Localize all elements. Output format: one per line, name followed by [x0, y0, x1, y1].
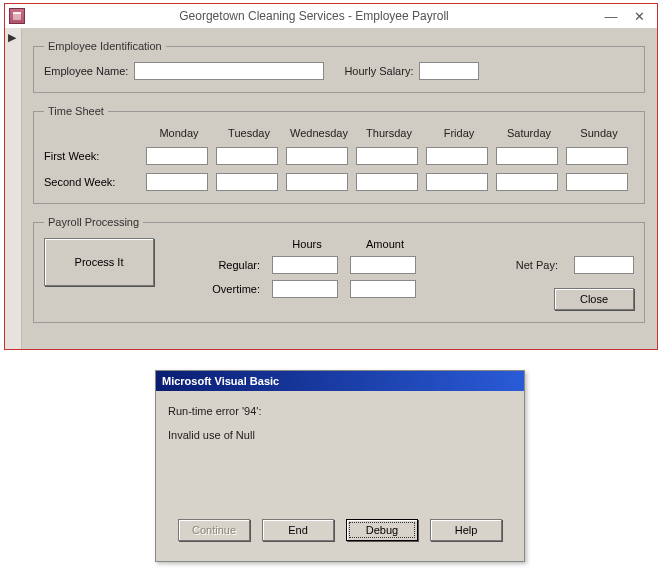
first-week-label: First Week: — [44, 150, 142, 162]
second-week-sat-input[interactable] — [496, 173, 558, 191]
window-title: Georgetown Cleaning Services - Employee … — [31, 9, 597, 23]
minimize-button[interactable]: — — [597, 6, 625, 26]
vb-end-button[interactable]: End — [262, 519, 334, 541]
overtime-amount-input[interactable] — [350, 280, 416, 298]
regular-amount-input[interactable] — [350, 256, 416, 274]
amount-header: Amount — [350, 238, 420, 250]
hours-header: Hours — [272, 238, 342, 250]
ts-header-wed: Wednesday — [286, 127, 352, 139]
regular-hours-input[interactable] — [272, 256, 338, 274]
first-week-fri-input[interactable] — [426, 147, 488, 165]
ts-header-fri: Friday — [426, 127, 492, 139]
regular-label: Regular: — [194, 259, 264, 271]
svg-rect-1 — [13, 12, 21, 14]
second-week-mon-input[interactable] — [146, 173, 208, 191]
vb-error-dialog: Microsoft Visual Basic Run-time error '9… — [155, 370, 525, 562]
form-body: Employee Identification Employee Name: H… — [21, 28, 657, 349]
record-selector[interactable]: ▶ — [5, 28, 22, 349]
vb-error-body: Run-time error '94': Invalid use of Null — [156, 391, 524, 519]
first-week-mon-input[interactable] — [146, 147, 208, 165]
ts-header-mon: Monday — [146, 127, 212, 139]
payroll-processing-group: Payroll Processing Process It Hours Amou… — [33, 216, 645, 323]
process-it-button[interactable]: Process It — [44, 238, 154, 286]
vb-debug-button[interactable]: Debug — [346, 519, 418, 541]
first-week-thu-input[interactable] — [356, 147, 418, 165]
vb-error-title: Microsoft Visual Basic — [156, 371, 524, 391]
overtime-label: Overtime: — [194, 283, 264, 295]
ts-header-tue: Tuesday — [216, 127, 282, 139]
second-week-fri-input[interactable] — [426, 173, 488, 191]
first-week-tue-input[interactable] — [216, 147, 278, 165]
first-week-sat-input[interactable] — [496, 147, 558, 165]
first-week-wed-input[interactable] — [286, 147, 348, 165]
ts-header-thu: Thursday — [356, 127, 422, 139]
hourly-salary-label: Hourly Salary: — [344, 65, 413, 77]
second-week-wed-input[interactable] — [286, 173, 348, 191]
first-week-sun-input[interactable] — [566, 147, 628, 165]
payroll-processing-legend: Payroll Processing — [44, 216, 143, 228]
net-pay-input[interactable] — [574, 256, 634, 274]
employee-identification-group: Employee Identification Employee Name: H… — [33, 40, 645, 93]
ts-header-sun: Sunday — [566, 127, 632, 139]
vb-continue-button: Continue — [178, 519, 250, 541]
hourly-salary-input[interactable] — [419, 62, 479, 80]
record-marker-icon: ▶ — [8, 31, 16, 44]
employee-name-label: Employee Name: — [44, 65, 128, 77]
vb-help-button[interactable]: Help — [430, 519, 502, 541]
second-week-sun-input[interactable] — [566, 173, 628, 191]
vb-error-line2: Invalid use of Null — [168, 429, 512, 441]
second-week-label: Second Week: — [44, 176, 142, 188]
vb-error-line1: Run-time error '94': — [168, 405, 512, 417]
net-pay-label: Net Pay: — [516, 259, 558, 271]
close-window-button[interactable]: ✕ — [625, 6, 653, 26]
ts-header-sat: Saturday — [496, 127, 562, 139]
titlebar: Georgetown Cleaning Services - Employee … — [5, 4, 657, 28]
overtime-hours-input[interactable] — [272, 280, 338, 298]
close-button[interactable]: Close — [554, 288, 634, 310]
employee-identification-legend: Employee Identification — [44, 40, 166, 52]
time-sheet-legend: Time Sheet — [44, 105, 108, 117]
second-week-thu-input[interactable] — [356, 173, 418, 191]
employee-name-input[interactable] — [134, 62, 324, 80]
main-window: Georgetown Cleaning Services - Employee … — [4, 3, 658, 350]
form-icon — [9, 8, 25, 24]
time-sheet-group: Time Sheet Monday Tuesday Wednesday Thur… — [33, 105, 645, 204]
second-week-tue-input[interactable] — [216, 173, 278, 191]
